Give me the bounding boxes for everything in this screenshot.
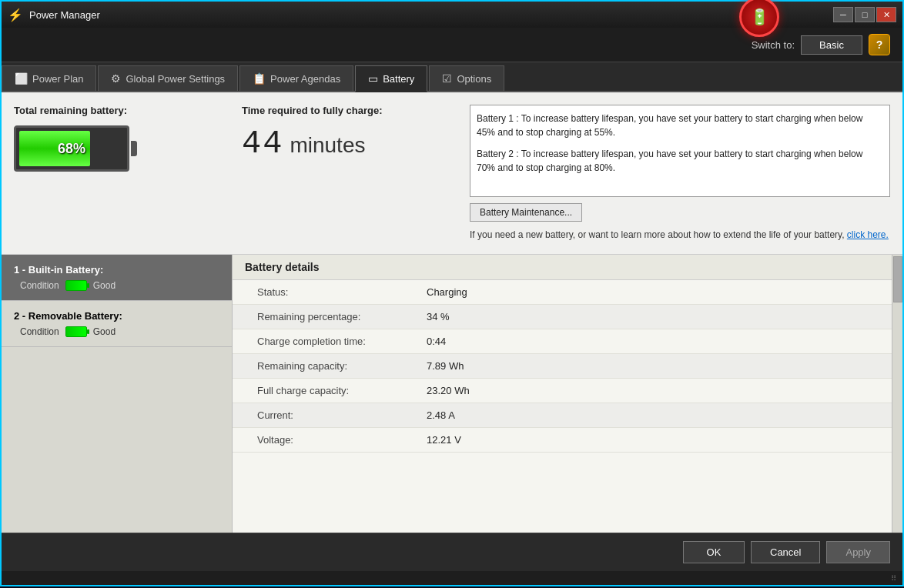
- title-bar-controls: ─ □ ✕: [833, 7, 896, 22]
- detail-row: Status:Charging: [233, 280, 892, 305]
- detail-label: Full charge capacity:: [257, 385, 427, 396]
- builtin-condition-value: Good: [93, 280, 116, 291]
- global-power-icon: ⚙: [111, 72, 121, 85]
- tab-power-agendas-label: Power Agendas: [270, 73, 340, 85]
- detail-label: Remaining capacity:: [257, 360, 427, 372]
- scrollbar-thumb: [893, 256, 902, 302]
- detail-row: Remaining capacity:7.89 Wh: [233, 354, 892, 379]
- time-section: Time required to fully charge: 44 minute…: [242, 105, 457, 242]
- removable-condition-value: Good: [93, 326, 116, 337]
- battery-tip: [131, 141, 137, 156]
- help-button[interactable]: ?: [869, 34, 890, 55]
- battery-list: 1 - Built-in Battery: Condition Good 2 -…: [2, 255, 233, 533]
- app-title: Power Manager: [29, 9, 100, 21]
- tab-power-plan[interactable]: ⬜ Power Plan: [2, 65, 96, 91]
- battery-info-textbox[interactable]: Battery 1 : To increase battery lifespan…: [470, 105, 890, 197]
- detail-row: Charge completion time:0:44: [233, 329, 892, 354]
- total-remaining-label: Total remaining battery:: [14, 105, 229, 116]
- extend-text-label: If you need a new battery, or want to le…: [470, 229, 845, 240]
- maximize-button[interactable]: □: [855, 7, 875, 22]
- builtin-battery-condition: Condition Good: [14, 280, 219, 291]
- builtin-battery-title: 1 - Built-in Battery:: [14, 264, 219, 276]
- ok-button[interactable]: OK: [683, 541, 745, 563]
- battery-item-builtin[interactable]: 1 - Built-in Battery: Condition Good: [2, 255, 232, 301]
- cancel-button[interactable]: Cancel: [751, 541, 820, 563]
- tabs-bar: ⬜ Power Plan ⚙ Global Power Settings 📋 P…: [2, 62, 902, 92]
- detail-value: 34 %: [427, 311, 450, 322]
- info-section: Battery 1 : To increase battery lifespan…: [470, 105, 890, 242]
- status-icon: ⠿: [891, 574, 896, 583]
- power-plan-icon: ⬜: [15, 72, 28, 85]
- content-area: Total remaining battery: 68% Time requir…: [2, 92, 902, 533]
- tab-battery-label: Battery: [383, 73, 414, 85]
- battery-body: 68%: [14, 125, 129, 172]
- time-unit: minutes: [290, 133, 365, 158]
- switch-basic-button[interactable]: Basic: [801, 35, 862, 55]
- detail-label: Status:: [257, 286, 427, 298]
- battery-maintenance-button[interactable]: Battery Maintenance...: [470, 203, 582, 222]
- detail-label: Voltage:: [257, 434, 427, 446]
- switch-to-label: Switch to:: [752, 39, 795, 51]
- click-here-link[interactable]: click here.: [847, 229, 889, 240]
- battery-left: Total remaining battery: 68%: [14, 105, 229, 242]
- bottom-section: 1 - Built-in Battery: Condition Good 2 -…: [2, 255, 902, 533]
- builtin-condition-label: Condition: [20, 280, 59, 291]
- app-icon: ⚡: [8, 8, 23, 22]
- tab-options[interactable]: ☑ Options: [429, 65, 504, 91]
- battery1-info-text: Battery 1 : To increase battery lifespan…: [477, 112, 883, 139]
- removable-condition-bar: [65, 326, 87, 337]
- options-icon: ☑: [442, 72, 452, 85]
- time-required-label: Time required to fully charge:: [242, 105, 457, 116]
- detail-value: 2.48 A: [427, 409, 455, 421]
- detail-value: 23.20 Wh: [427, 385, 470, 396]
- detail-rows-container: Status:ChargingRemaining percentage:34 %…: [233, 280, 892, 453]
- tab-battery[interactable]: ▭ Battery: [355, 65, 427, 92]
- tab-global-power-label: Global Power Settings: [126, 73, 225, 85]
- minimize-button[interactable]: ─: [833, 7, 853, 22]
- battery-details-panel: Battery details Status:ChargingRemaining…: [233, 255, 892, 533]
- detail-label: Remaining percentage:: [257, 311, 427, 322]
- removable-battery-condition: Condition Good: [14, 326, 219, 337]
- detail-value: 12.21 V: [427, 434, 461, 446]
- detail-value: 7.89 Wh: [427, 360, 464, 372]
- tab-power-agendas[interactable]: 📋 Power Agendas: [239, 65, 353, 91]
- apply-button[interactable]: Apply: [826, 541, 890, 563]
- close-button[interactable]: ✕: [876, 7, 896, 22]
- removable-battery-title: 2 - Removable Battery:: [14, 310, 219, 322]
- title-bar: ⚡ Power Manager 🔋 ─ □ ✕: [0, 0, 904, 28]
- battery-details-header: Battery details: [233, 255, 892, 280]
- bottom-buttons-bar: OK Cancel Apply: [2, 533, 902, 571]
- battery-item-removable[interactable]: 2 - Removable Battery: Condition Good: [2, 301, 232, 347]
- builtin-condition-bar: [65, 280, 87, 291]
- battery-percent-text: 68%: [16, 141, 127, 157]
- power-agendas-icon: 📋: [253, 72, 266, 85]
- detail-value: Charging: [427, 286, 467, 298]
- detail-row: Current:2.48 A: [233, 403, 892, 428]
- detail-value: 0:44: [427, 336, 446, 347]
- top-section: Total remaining battery: 68% Time requir…: [2, 92, 902, 255]
- battery2-info-text: Battery 2 : To increase battery lifespan…: [477, 147, 883, 175]
- battery-plus-icon: 🔋: [750, 8, 769, 26]
- main-window: Switch to: Basic ? ⬜ Power Plan ⚙ Global…: [0, 28, 904, 586]
- status-bar: ⠿: [2, 571, 902, 585]
- detail-row: Full charge capacity:23.20 Wh: [233, 379, 892, 403]
- detail-row: Voltage:12.21 V: [233, 428, 892, 453]
- tab-options-label: Options: [457, 73, 491, 85]
- removable-condition-label: Condition: [20, 326, 59, 337]
- time-value: 44: [242, 125, 283, 162]
- detail-label: Charge completion time:: [257, 336, 427, 347]
- battery-visual: 68%: [14, 125, 229, 172]
- tab-global-power[interactable]: ⚙ Global Power Settings: [98, 65, 238, 91]
- detail-row: Remaining percentage:34 %: [233, 305, 892, 329]
- extend-battery-text: If you need a new battery, or want to le…: [470, 228, 890, 242]
- battery-tab-icon: ▭: [368, 72, 378, 85]
- tab-power-plan-label: Power Plan: [32, 73, 83, 85]
- details-scrollbar[interactable]: [892, 255, 902, 533]
- title-bar-left: ⚡ Power Manager: [8, 8, 100, 22]
- detail-label: Current:: [257, 409, 427, 421]
